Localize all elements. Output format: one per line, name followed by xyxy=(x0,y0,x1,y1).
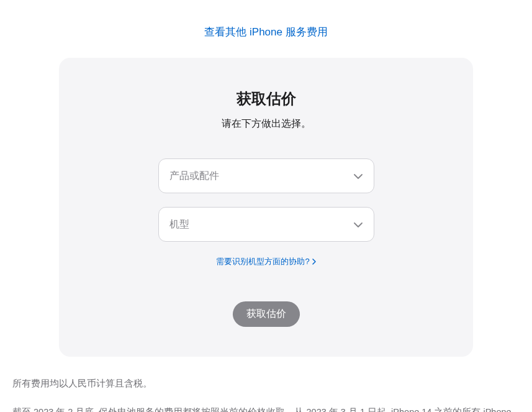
other-services-link[interactable]: 查看其他 iPhone 服务费用 xyxy=(204,26,327,38)
get-estimate-button[interactable]: 获取估价 xyxy=(233,301,300,327)
card-subtitle: 请在下方做出选择。 xyxy=(84,117,448,130)
chevron-down-icon xyxy=(354,219,363,230)
select-placeholder: 产品或配件 xyxy=(169,170,219,183)
footnote-tax-info: 所有费用均以人民币计算且含税。 xyxy=(12,375,520,393)
identify-model-help-link[interactable]: 需要识别机型方面的协助? xyxy=(216,256,315,267)
card-title: 获取估价 xyxy=(84,89,448,109)
chevron-right-icon xyxy=(312,257,316,267)
chevron-down-icon xyxy=(354,170,363,181)
footnotes: 所有费用均以人民币计算且含税。 截至 2023 年 2 月底, 保外电池服务的费… xyxy=(6,375,526,412)
product-accessory-select[interactable]: 产品或配件 xyxy=(158,158,374,193)
model-select[interactable]: 机型 xyxy=(158,207,374,242)
footnote-price-change: 截至 2023 年 2 月底, 保外电池服务的费用都将按照当前的价格收取。从 2… xyxy=(12,404,520,412)
estimate-card: 获取估价 请在下方做出选择。 产品或配件 机型 需要识别机型方面的协助? xyxy=(59,58,473,357)
footnote-text: 截至 2023 年 2 月底, 保外电池服务的费用都将按照当前的价格收取。从 2… xyxy=(12,407,512,412)
select-placeholder: 机型 xyxy=(169,218,189,231)
help-link-text: 需要识别机型方面的协助? xyxy=(216,256,309,267)
